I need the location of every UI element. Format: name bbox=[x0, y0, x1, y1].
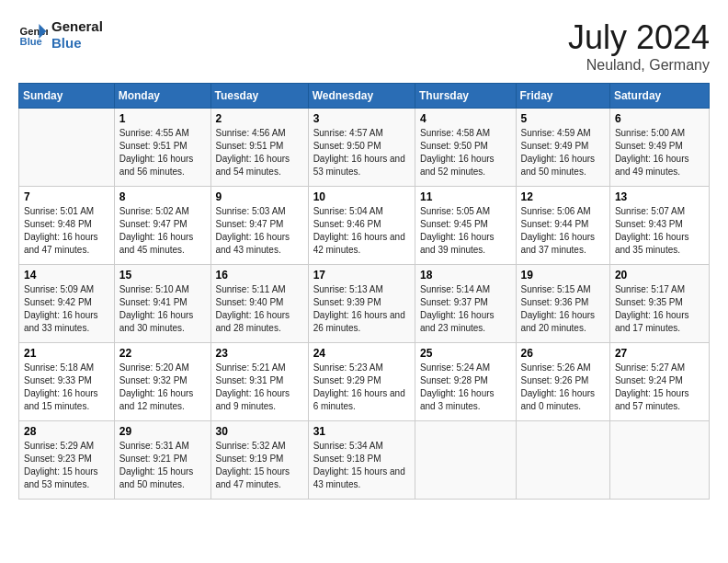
calendar-cell: 24Sunrise: 5:23 AMSunset: 9:29 PMDayligh… bbox=[308, 343, 415, 421]
day-info: Sunrise: 5:18 AMSunset: 9:33 PMDaylight:… bbox=[24, 362, 109, 413]
day-number: 11 bbox=[420, 190, 511, 203]
day-number: 6 bbox=[615, 112, 704, 125]
day-number: 18 bbox=[420, 269, 511, 282]
day-number: 5 bbox=[521, 112, 605, 125]
calendar-header-row: SundayMondayTuesdayWednesdayThursdayFrid… bbox=[19, 84, 710, 109]
logo-line2: Blue bbox=[51, 35, 103, 52]
calendar-cell: 6Sunrise: 5:00 AMSunset: 9:49 PMDaylight… bbox=[609, 109, 709, 187]
day-info: Sunrise: 5:34 AMSunset: 9:18 PMDaylight:… bbox=[313, 440, 410, 491]
logo-line1: General bbox=[51, 18, 103, 35]
day-info: Sunrise: 5:07 AMSunset: 9:43 PMDaylight:… bbox=[615, 205, 704, 257]
calendar-header-sunday: Sunday bbox=[19, 84, 115, 109]
day-info: Sunrise: 5:32 AMSunset: 9:19 PMDaylight:… bbox=[216, 440, 303, 491]
calendar-header-saturday: Saturday bbox=[609, 84, 709, 109]
day-info: Sunrise: 4:59 AMSunset: 9:49 PMDaylight:… bbox=[521, 127, 605, 178]
page-header: General Blue General Blue July 2024 Neul… bbox=[18, 18, 710, 74]
calendar-cell: 19Sunrise: 5:15 AMSunset: 9:36 PMDayligh… bbox=[516, 265, 609, 343]
title-area: July 2024 Neuland, Germany bbox=[568, 18, 710, 74]
day-info: Sunrise: 5:26 AMSunset: 9:26 PMDaylight:… bbox=[521, 362, 605, 413]
calendar-cell: 13Sunrise: 5:07 AMSunset: 9:43 PMDayligh… bbox=[609, 187, 709, 265]
day-number: 12 bbox=[521, 190, 605, 203]
calendar-cell: 21Sunrise: 5:18 AMSunset: 9:33 PMDayligh… bbox=[19, 343, 115, 421]
calendar-cell bbox=[609, 421, 709, 500]
day-number: 29 bbox=[119, 425, 206, 438]
day-info: Sunrise: 5:04 AMSunset: 9:46 PMDaylight:… bbox=[313, 205, 410, 257]
day-number: 14 bbox=[24, 269, 109, 282]
calendar-cell: 1Sunrise: 4:55 AMSunset: 9:51 PMDaylight… bbox=[114, 109, 210, 187]
calendar-cell: 5Sunrise: 4:59 AMSunset: 9:49 PMDaylight… bbox=[516, 109, 609, 187]
day-info: Sunrise: 5:27 AMSunset: 9:24 PMDaylight:… bbox=[615, 362, 704, 413]
day-number: 19 bbox=[521, 269, 605, 282]
calendar-cell: 30Sunrise: 5:32 AMSunset: 9:19 PMDayligh… bbox=[210, 421, 308, 500]
day-number: 22 bbox=[119, 347, 206, 360]
day-number: 13 bbox=[615, 190, 704, 203]
day-info: Sunrise: 5:11 AMSunset: 9:40 PMDaylight:… bbox=[216, 283, 303, 335]
calendar-cell: 3Sunrise: 4:57 AMSunset: 9:50 PMDaylight… bbox=[308, 109, 415, 187]
day-info: Sunrise: 5:05 AMSunset: 9:45 PMDaylight:… bbox=[420, 205, 511, 257]
calendar-cell: 9Sunrise: 5:03 AMSunset: 9:47 PMDaylight… bbox=[210, 187, 308, 265]
calendar-cell: 7Sunrise: 5:01 AMSunset: 9:48 PMDaylight… bbox=[19, 187, 115, 265]
day-info: Sunrise: 4:55 AMSunset: 9:51 PMDaylight:… bbox=[119, 127, 206, 178]
location-title: Neuland, Germany bbox=[568, 57, 710, 74]
day-number: 31 bbox=[313, 425, 410, 438]
calendar-cell: 2Sunrise: 4:56 AMSunset: 9:51 PMDaylight… bbox=[210, 109, 308, 187]
day-number: 15 bbox=[119, 269, 206, 282]
calendar-body: 1Sunrise: 4:55 AMSunset: 9:51 PMDaylight… bbox=[19, 109, 710, 500]
day-info: Sunrise: 5:10 AMSunset: 9:41 PMDaylight:… bbox=[119, 283, 206, 335]
day-info: Sunrise: 5:17 AMSunset: 9:35 PMDaylight:… bbox=[615, 283, 704, 335]
day-info: Sunrise: 5:21 AMSunset: 9:31 PMDaylight:… bbox=[216, 362, 303, 413]
day-number: 4 bbox=[420, 112, 511, 125]
calendar-header-wednesday: Wednesday bbox=[308, 84, 415, 109]
day-info: Sunrise: 4:56 AMSunset: 9:51 PMDaylight:… bbox=[216, 127, 303, 178]
day-number: 30 bbox=[216, 425, 303, 438]
day-number: 3 bbox=[313, 112, 410, 125]
calendar-week-5: 28Sunrise: 5:29 AMSunset: 9:23 PMDayligh… bbox=[19, 421, 710, 500]
day-number: 9 bbox=[216, 190, 303, 203]
day-number: 7 bbox=[24, 190, 109, 203]
calendar-cell: 18Sunrise: 5:14 AMSunset: 9:37 PMDayligh… bbox=[415, 265, 516, 343]
day-number: 23 bbox=[216, 347, 303, 360]
calendar-cell: 20Sunrise: 5:17 AMSunset: 9:35 PMDayligh… bbox=[609, 265, 709, 343]
calendar-header-monday: Monday bbox=[114, 84, 210, 109]
day-info: Sunrise: 5:02 AMSunset: 9:47 PMDaylight:… bbox=[119, 205, 206, 257]
day-info: Sunrise: 5:24 AMSunset: 9:28 PMDaylight:… bbox=[420, 362, 511, 413]
calendar-cell: 17Sunrise: 5:13 AMSunset: 9:39 PMDayligh… bbox=[308, 265, 415, 343]
calendar-week-4: 21Sunrise: 5:18 AMSunset: 9:33 PMDayligh… bbox=[19, 343, 710, 421]
day-number: 2 bbox=[216, 112, 303, 125]
calendar-cell: 8Sunrise: 5:02 AMSunset: 9:47 PMDaylight… bbox=[114, 187, 210, 265]
day-info: Sunrise: 5:23 AMSunset: 9:29 PMDaylight:… bbox=[313, 362, 410, 413]
day-info: Sunrise: 5:00 AMSunset: 9:49 PMDaylight:… bbox=[615, 127, 704, 178]
svg-text:Blue: Blue bbox=[20, 36, 42, 47]
day-number: 10 bbox=[313, 190, 410, 203]
calendar-cell bbox=[415, 421, 516, 500]
day-number: 24 bbox=[313, 347, 410, 360]
calendar-cell: 4Sunrise: 4:58 AMSunset: 9:50 PMDaylight… bbox=[415, 109, 516, 187]
calendar-cell: 22Sunrise: 5:20 AMSunset: 9:32 PMDayligh… bbox=[114, 343, 210, 421]
day-number: 21 bbox=[24, 347, 109, 360]
calendar-cell: 23Sunrise: 5:21 AMSunset: 9:31 PMDayligh… bbox=[210, 343, 308, 421]
calendar-cell: 25Sunrise: 5:24 AMSunset: 9:28 PMDayligh… bbox=[415, 343, 516, 421]
day-info: Sunrise: 5:13 AMSunset: 9:39 PMDaylight:… bbox=[313, 283, 410, 335]
calendar-cell: 27Sunrise: 5:27 AMSunset: 9:24 PMDayligh… bbox=[609, 343, 709, 421]
day-info: Sunrise: 5:14 AMSunset: 9:37 PMDaylight:… bbox=[420, 283, 511, 335]
calendar-cell: 11Sunrise: 5:05 AMSunset: 9:45 PMDayligh… bbox=[415, 187, 516, 265]
calendar-cell bbox=[19, 109, 115, 187]
calendar-header-tuesday: Tuesday bbox=[210, 84, 308, 109]
day-number: 28 bbox=[24, 425, 109, 438]
calendar-cell: 15Sunrise: 5:10 AMSunset: 9:41 PMDayligh… bbox=[114, 265, 210, 343]
day-info: Sunrise: 4:58 AMSunset: 9:50 PMDaylight:… bbox=[420, 127, 511, 178]
day-number: 25 bbox=[420, 347, 511, 360]
calendar-cell: 29Sunrise: 5:31 AMSunset: 9:21 PMDayligh… bbox=[114, 421, 210, 500]
calendar-header-thursday: Thursday bbox=[415, 84, 516, 109]
day-info: Sunrise: 5:31 AMSunset: 9:21 PMDaylight:… bbox=[119, 440, 206, 491]
calendar-week-1: 1Sunrise: 4:55 AMSunset: 9:51 PMDaylight… bbox=[19, 109, 710, 187]
calendar-header-friday: Friday bbox=[516, 84, 609, 109]
day-info: Sunrise: 4:57 AMSunset: 9:50 PMDaylight:… bbox=[313, 127, 410, 178]
day-info: Sunrise: 5:09 AMSunset: 9:42 PMDaylight:… bbox=[24, 283, 109, 335]
day-info: Sunrise: 5:03 AMSunset: 9:47 PMDaylight:… bbox=[216, 205, 303, 257]
day-number: 8 bbox=[119, 190, 206, 203]
day-number: 17 bbox=[313, 269, 410, 282]
day-number: 16 bbox=[216, 269, 303, 282]
calendar-table: SundayMondayTuesdayWednesdayThursdayFrid… bbox=[18, 83, 710, 500]
calendar-week-3: 14Sunrise: 5:09 AMSunset: 9:42 PMDayligh… bbox=[19, 265, 710, 343]
